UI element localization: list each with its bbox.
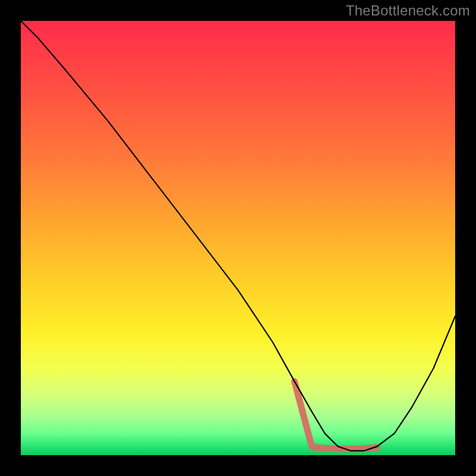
chart-svg [21, 21, 455, 455]
bottleneck-curve-line [21, 21, 455, 451]
watermark-text: TheBottleneck.com [346, 2, 470, 19]
chart-frame: TheBottleneck.com [0, 0, 476, 476]
optimal-range-highlight [295, 381, 377, 449]
plot-area [21, 21, 455, 455]
